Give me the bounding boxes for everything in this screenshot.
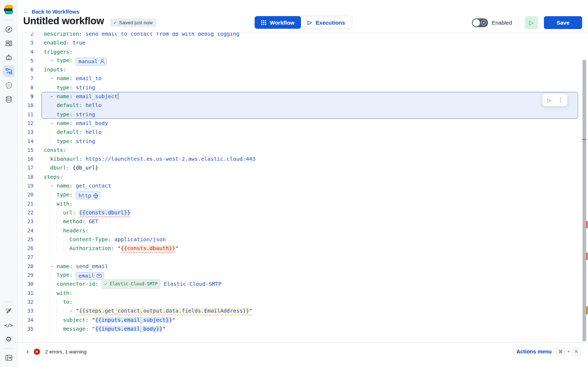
sidebar-item-data[interactable] (0, 92, 18, 106)
rocket-icon (3, 305, 15, 317)
code-token (73, 183, 76, 189)
run-workflow-button[interactable]: ▷ (525, 16, 538, 29)
sidebar-item-getting-started[interactable] (0, 304, 18, 318)
step-type-badge[interactable]: email (76, 272, 104, 280)
code-line-18[interactable]: 18steps: (22, 172, 588, 181)
code-line-34[interactable]: 34 subject: "{{inputs.email_subject}}" (22, 316, 588, 324)
code-line-2[interactable]: 2description: send email to contact from… (22, 32, 588, 38)
sidebar-item-agents[interactable] (0, 78, 18, 92)
indent-guide (50, 217, 50, 226)
tab-workflow[interactable]: Workflow (255, 16, 301, 29)
indent-guide (50, 190, 50, 199)
code-line-22[interactable]: 22 url: {{consts.dburl}} (22, 208, 588, 217)
code-line-29[interactable]: 29 type: email (22, 271, 588, 279)
indent-guide (57, 226, 57, 235)
code-token: email_to (76, 75, 101, 81)
line-number: 12 (22, 119, 33, 128)
sidebar-item-collapse[interactable] (0, 351, 18, 365)
code-line-13[interactable]: 13 default: hello (22, 128, 588, 136)
code-line-9[interactable]: 9 - name: email_subject (22, 92, 588, 101)
code-line-28[interactable]: 28 - name: send_email (22, 262, 588, 271)
line-number: 11 (22, 110, 33, 119)
code-token: {db_url} (73, 165, 98, 171)
code-line-24[interactable]: 24 headers: (22, 226, 588, 235)
code-line-12[interactable]: 12 - name: email_body (22, 119, 588, 128)
step-menu-button[interactable]: ⋮ (555, 95, 566, 105)
code-line-16[interactable]: 16 kibanaurl: https://launchtest.es.us-w… (22, 154, 588, 163)
sidebar-item-assistant[interactable] (0, 50, 18, 64)
code-token: name: (57, 75, 73, 81)
line-number: 31 (22, 289, 33, 297)
code-token (73, 93, 76, 99)
code-token (98, 281, 101, 287)
code-line-23[interactable]: 23 method: GET (22, 217, 588, 226)
code-line-20[interactable]: 20 type: http (22, 190, 588, 199)
code-content: with: (44, 289, 73, 297)
chevron-right-icon[interactable]: › (26, 348, 29, 355)
code-line-3[interactable]: 3enabled: true (22, 38, 588, 47)
code-content: - name: email_subject (44, 92, 118, 101)
code-line-31[interactable]: 31 with: (22, 289, 588, 297)
enabled-toggle[interactable]: ✕ (472, 18, 488, 27)
code-line-5[interactable]: 5 - type: manual (22, 56, 588, 65)
step-type-badge[interactable]: manual (76, 58, 107, 65)
code-line-15[interactable]: 15consts: (22, 146, 588, 154)
line-number: 27 (22, 253, 33, 261)
code-line-11[interactable]: 11 type: string (22, 110, 588, 119)
code-line-14[interactable]: 14 type: string (22, 137, 588, 146)
step-type-badge[interactable]: http (76, 192, 100, 199)
indent-guide (57, 217, 57, 226)
code-token: with: (57, 201, 73, 207)
code-content: - name: get_contact (44, 181, 111, 190)
run-step-button[interactable]: ▷ (544, 95, 555, 105)
enabled-toggle-label: Enabled (492, 19, 512, 26)
tab-executions[interactable]: ▷ Executions (301, 16, 352, 29)
elastic-logo[interactable] (0, 0, 18, 19)
code-content: method: GET (44, 217, 98, 226)
sidebar-item-dev-tools[interactable]: </> (0, 318, 18, 332)
code-content: triggers: (44, 47, 73, 56)
problems-summary[interactable]: › ✕ 2 errors, 1 warning (26, 348, 86, 355)
code-content: default: hello (44, 101, 101, 110)
code-line-6[interactable]: 6inputs: (22, 65, 588, 74)
code-content: type: http (44, 190, 100, 200)
save-button[interactable]: Save (544, 16, 582, 29)
dashboards-icon (3, 38, 15, 49)
yaml-editor[interactable]: 2description: send email to contact from… (22, 32, 588, 342)
code-token: {{inputs.email_subject}} (95, 317, 172, 323)
code-line-32[interactable]: 32 to: (22, 297, 588, 306)
indent-guide (50, 253, 50, 261)
toggle-off-icon: ✕ (481, 20, 487, 25)
code-line-21[interactable]: 21 with: (22, 199, 588, 208)
code-line-30[interactable]: 30 connector-id: ✓ Elastic-Cloud-SMTP El… (22, 279, 588, 288)
code-token: type: (57, 192, 73, 197)
code-token (44, 299, 63, 305)
code-line-19[interactable]: 19 - name: get_contact (22, 181, 588, 190)
code-token: - (44, 120, 57, 126)
code-line-4[interactable]: 4triggers: (22, 47, 588, 56)
code-line-26[interactable]: 26 Authorization: "{{consts.dbauth}}" (22, 244, 588, 253)
sidebar-item-management[interactable]: ⚙ (0, 332, 18, 346)
code-token (69, 165, 73, 171)
sidebar-item-workflows[interactable] (0, 64, 18, 78)
sidebar-item-discover[interactable] (0, 22, 18, 36)
code-content: description: send email to contact from … (44, 32, 240, 38)
code-token (82, 156, 86, 162)
code-line-27[interactable]: 27 (22, 253, 588, 261)
code-line-35[interactable]: 35 message: "{{inputs.email_body}}" (22, 324, 588, 333)
code-line-17[interactable]: 17 dburl: {db_url} (22, 163, 588, 172)
code-line-7[interactable]: 7 - name: email_to (22, 74, 588, 83)
back-to-workflows-link[interactable]: ← Back to Workflows (24, 8, 79, 15)
sidebar-item-dashboards[interactable] (0, 36, 18, 50)
back-link-label: Back to Workflows (32, 9, 79, 15)
code-line-10[interactable]: 10 default: hello (22, 101, 588, 110)
connector-badge[interactable]: ✓ Elastic-Cloud-SMTP (101, 279, 161, 289)
code-token (73, 192, 76, 197)
code-token: headers: (63, 228, 89, 234)
code-line-25[interactable]: 25 Content-Type: application/json (22, 235, 588, 244)
code-line-8[interactable]: 8 type: string (22, 83, 588, 92)
code-line-33[interactable]: 33 - "{{steps.get_contact.output.data.fi… (22, 306, 588, 315)
line-number: 19 (22, 181, 33, 190)
actions-menu-link[interactable]: Actions menu (516, 349, 552, 354)
editor-scrollbar[interactable] (582, 60, 586, 341)
